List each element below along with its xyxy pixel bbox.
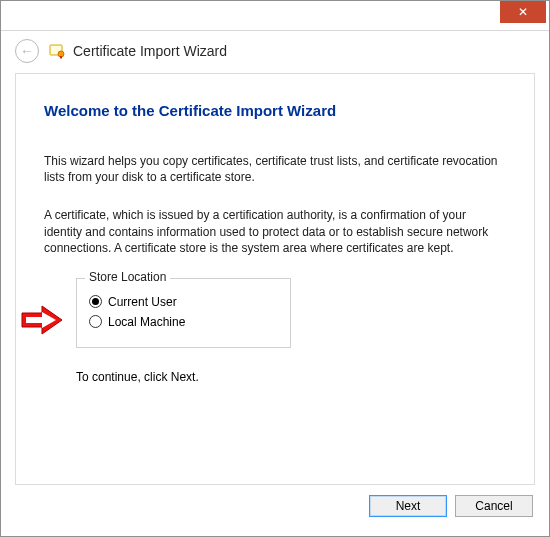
certificate-icon [49, 43, 65, 59]
radio-local-machine[interactable]: Local Machine [89, 315, 278, 329]
radio-label: Local Machine [108, 315, 185, 329]
radio-current-user[interactable]: Current User [89, 295, 278, 309]
wizard-header: ← Certificate Import Wizard [1, 31, 549, 73]
back-button[interactable]: ← [15, 39, 39, 63]
radio-icon [89, 295, 102, 308]
intro-paragraph-2: A certificate, which is issued by a cert… [44, 207, 506, 256]
continue-instruction: To continue, click Next. [76, 370, 506, 384]
wizard-footer: Next Cancel [1, 485, 549, 517]
intro-paragraph-1: This wizard helps you copy certificates,… [44, 153, 506, 185]
close-button[interactable]: ✕ [500, 1, 546, 23]
next-button[interactable]: Next [369, 495, 447, 517]
radio-label: Current User [108, 295, 177, 309]
header-title: Certificate Import Wizard [73, 43, 227, 59]
back-arrow-icon: ← [20, 43, 34, 59]
title-bar: ✕ [1, 1, 549, 31]
callout-arrow-icon [20, 305, 64, 335]
wizard-content: Welcome to the Certificate Import Wizard… [15, 73, 535, 485]
store-location-group: Store Location Current User Local Machin… [76, 278, 291, 348]
page-heading: Welcome to the Certificate Import Wizard [44, 102, 506, 119]
close-icon: ✕ [518, 5, 528, 19]
radio-icon [89, 315, 102, 328]
store-location-legend: Store Location [85, 270, 170, 284]
cancel-button[interactable]: Cancel [455, 495, 533, 517]
